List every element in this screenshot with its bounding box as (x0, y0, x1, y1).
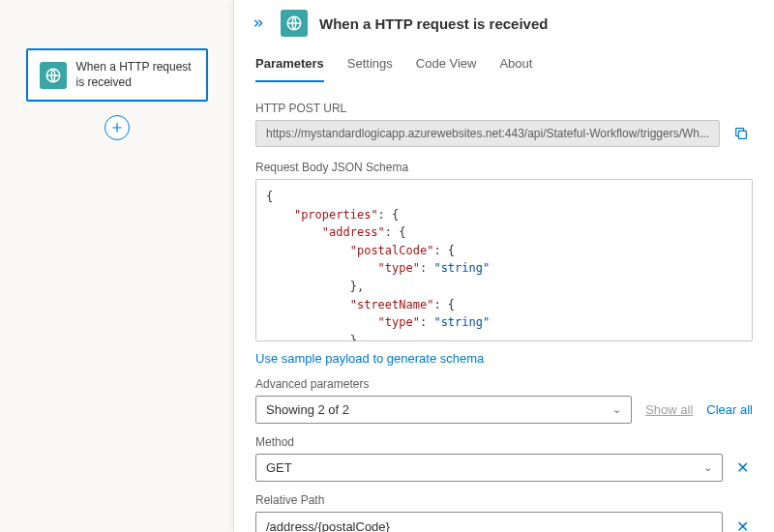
advanced-select-value: Showing 2 of 2 (266, 402, 349, 417)
remove-method-button[interactable]: ✕ (732, 457, 753, 479)
collapse-panel-button[interactable] (250, 14, 269, 33)
tab-code-view[interactable]: Code View (416, 48, 477, 82)
workflow-canvas: When a HTTP request is received (0, 0, 233, 532)
method-label: Method (255, 435, 753, 449)
relpath-label: Relative Path (255, 493, 753, 507)
tab-parameters[interactable]: Parameters (255, 48, 324, 82)
trigger-node-label: When a HTTP request is received (76, 60, 194, 90)
http-post-url-field[interactable]: https://mystandardlogicapp.azurewebsites… (255, 120, 720, 147)
copy-url-button[interactable] (729, 122, 753, 145)
panel-title: When a HTTP request is received (319, 15, 548, 32)
trigger-node[interactable]: When a HTTP request is received (26, 48, 208, 102)
add-step-button[interactable] (104, 115, 130, 140)
tab-bar: Parameters Settings Code View About (234, 44, 774, 82)
remove-relpath-button[interactable]: ✕ (732, 516, 753, 532)
chevron-down-icon: ⌄ (703, 461, 712, 474)
tab-settings[interactable]: Settings (347, 48, 393, 82)
tab-about[interactable]: About (499, 48, 532, 82)
clear-all-link[interactable]: Clear all (706, 402, 753, 417)
relative-path-input[interactable]: /address/{postalCode} (255, 512, 723, 532)
schema-editor[interactable]: { "properties": { "address": { "postalCo… (255, 179, 753, 341)
http-trigger-icon (40, 62, 67, 89)
use-sample-payload-link[interactable]: Use sample payload to generate schema (255, 351, 484, 366)
http-trigger-icon (281, 10, 308, 37)
advanced-parameters-select[interactable]: Showing 2 of 2 ⌄ (255, 396, 632, 424)
method-select[interactable]: GET ⌄ (255, 454, 723, 482)
details-panel: When a HTTP request is received Paramete… (233, 0, 774, 532)
svg-rect-2 (738, 131, 746, 138)
advanced-label: Advanced parameters (255, 377, 753, 391)
method-value: GET (266, 460, 292, 475)
chevron-down-icon: ⌄ (612, 403, 621, 416)
url-label: HTTP POST URL (255, 102, 753, 115)
schema-label: Request Body JSON Schema (255, 161, 753, 174)
show-all-link[interactable]: Show all (645, 402, 693, 417)
